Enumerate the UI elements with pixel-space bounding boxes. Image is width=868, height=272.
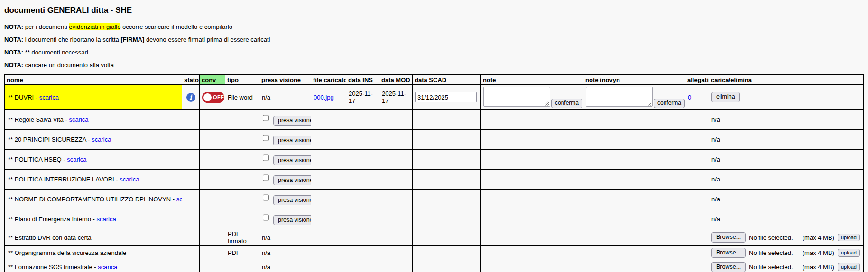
presa-visione-checkbox[interactable] [263, 115, 269, 121]
scarica-link[interactable]: scarica [67, 156, 86, 163]
note-textarea-wrap [483, 87, 550, 108]
col-header-note-inovyn: note inovyn [583, 75, 685, 85]
info-icon[interactable]: i [186, 93, 195, 102]
presa-visione-button[interactable]: presa visione [273, 215, 311, 226]
empty-cell [379, 209, 413, 229]
note-conferma-button[interactable]: conferma [551, 99, 582, 108]
note-textarea[interactable] [483, 87, 550, 107]
doc-name-politica-interruzione-lavori: ** POLITICA INTERRUZIONE LAVORI - scaric… [5, 170, 182, 190]
table-row: ** Piano di Emergenza Interno - scarica … [5, 209, 864, 229]
nota-label: NOTA: [4, 23, 23, 30]
empty-cell [379, 229, 413, 246]
empty-cell [583, 246, 685, 260]
presa-visione-checkbox[interactable] [263, 174, 269, 181]
empty-cell [182, 260, 200, 272]
empty-cell [481, 260, 583, 272]
empty-cell [346, 260, 379, 272]
empty-cell [311, 209, 346, 229]
data-mod-cell: 2025-11-17 [379, 85, 413, 110]
presa-visione-cell: n/a [259, 229, 311, 246]
elimina-button[interactable]: elimina [711, 92, 740, 102]
empty-cell [685, 150, 709, 170]
presa-visione-button[interactable]: presa visione [273, 155, 311, 166]
data-scad-input[interactable] [415, 92, 477, 102]
tipo-cell: PDF [225, 246, 259, 260]
scarica-link[interactable]: scarica [69, 116, 88, 123]
empty-cell [311, 229, 346, 246]
empty-cell [200, 260, 225, 272]
empty-cell [413, 170, 481, 190]
col-header-note: note [481, 75, 583, 85]
upload-button[interactable]: upload [838, 263, 860, 271]
nota-line-2: NOTA: i documenti che riportano la scrit… [4, 36, 864, 43]
empty-cell [346, 150, 379, 170]
presa-visione-button[interactable]: presa visione [273, 116, 311, 126]
col-header-file-caricato: file caricato [311, 75, 346, 85]
empty-cell [413, 190, 481, 209]
empty-cell [379, 130, 413, 150]
empty-cell [413, 209, 481, 229]
browse-button[interactable]: Browse... [711, 232, 746, 243]
empty-cell [481, 150, 583, 170]
browse-button[interactable]: Browse... [711, 248, 746, 258]
presa-visione-checkbox[interactable] [263, 135, 269, 141]
empty-cell [583, 130, 685, 150]
table-row: ** Estratto DVR con data certa PDF firma… [5, 229, 864, 246]
table-row: ** 20 PRINCIPI SICUREZZA - scarica presa… [5, 130, 864, 150]
allegati-count-link[interactable]: 0 [688, 94, 691, 101]
file-status-text: No file selected. [749, 263, 793, 271]
toggle-knob [203, 93, 212, 101]
empty-cell [311, 110, 346, 130]
scarica-link[interactable]: scarica [96, 216, 116, 223]
presa-visione-cell: presa visione [259, 110, 311, 130]
nota-line-3: NOTA: ** documenti necessari [4, 49, 864, 56]
stato-cell: i [182, 85, 200, 110]
scarica-link[interactable]: scarica [39, 94, 59, 101]
presa-visione-checkbox[interactable] [263, 214, 269, 221]
upload-button[interactable]: upload [838, 234, 860, 241]
conv-off-toggle[interactable]: OFF [202, 92, 224, 103]
scarica-link[interactable]: scarica [176, 196, 182, 203]
empty-cell [481, 209, 583, 229]
presa-visione-button[interactable]: presa visione [273, 136, 311, 146]
empty-cell [379, 190, 413, 209]
scarica-link[interactable]: scarica [92, 136, 111, 143]
browse-button[interactable]: Browse... [711, 262, 746, 272]
empty-cell [583, 229, 685, 246]
col-header-carica-elimina: carica/elimina [709, 75, 864, 85]
empty-cell [182, 130, 200, 150]
note-inovyn-conferma-button[interactable]: conferma [654, 99, 685, 108]
empty-cell [225, 110, 259, 130]
empty-cell [346, 130, 379, 150]
upload-button[interactable]: upload [838, 249, 860, 256]
empty-cell [182, 246, 200, 260]
empty-cell [481, 130, 583, 150]
uploaded-file-link[interactable]: 000.jpg [314, 94, 334, 101]
presa-visione-button[interactable]: presa visione [273, 175, 311, 186]
note-inovyn-textarea[interactable] [586, 87, 653, 107]
empty-cell [182, 190, 200, 209]
empty-cell [200, 190, 225, 209]
scarica-link[interactable]: scarica [98, 263, 117, 271]
empty-cell [311, 150, 346, 170]
nota-label: NOTA: [4, 36, 23, 43]
empty-cell [685, 260, 709, 272]
empty-cell [583, 110, 685, 130]
table-header-row: nome stato conv tipo presa visione file … [5, 75, 864, 85]
table-row: ** NORME DI COMPORTAMENTO UTILIZZO DPI I… [5, 190, 864, 209]
presa-visione-button[interactable]: presa visione [273, 195, 311, 206]
carica-elimina-cell: n/a [709, 150, 864, 170]
empty-cell [481, 170, 583, 190]
carica-elimina-cell: n/a [709, 170, 864, 190]
empty-cell [182, 209, 200, 229]
presa-visione-checkbox[interactable] [263, 154, 269, 161]
table-row: ** Regole Salva Vita - scarica presa vis… [5, 110, 864, 130]
scarica-link[interactable]: scarica [120, 176, 139, 183]
empty-cell [685, 209, 709, 229]
doc-name-politica-hseq: ** POLITICA HSEQ - scarica [5, 150, 182, 170]
doc-name-regole-salva-vita: ** Regole Salva Vita - scarica [5, 110, 182, 130]
presa-visione-checkbox[interactable] [263, 194, 269, 201]
empty-cell [182, 229, 200, 246]
doc-name-duvri: ** DUVRI - scarica [5, 85, 182, 110]
note-inovyn-textarea-wrap [586, 87, 653, 108]
